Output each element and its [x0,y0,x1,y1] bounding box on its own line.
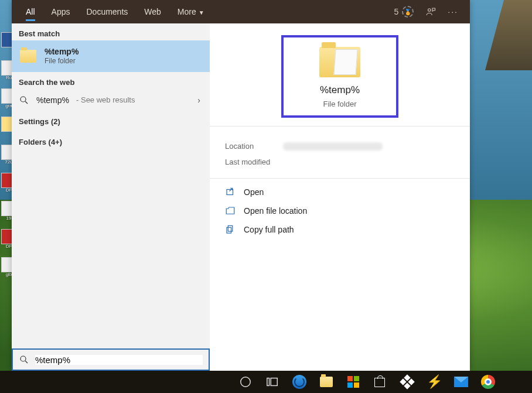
svg-rect-6 [228,225,233,231]
svg-rect-9 [267,378,270,386]
web-query-text: %temp% [36,95,69,105]
taskbar-edge[interactable] [286,371,313,393]
copy-icon [225,224,236,235]
taskbar-ms-store[interactable] [340,371,367,393]
location-label: Location [225,142,254,151]
taskbar-chrome[interactable] [475,371,502,393]
best-match-result[interactable]: %temp% File folder [12,40,210,72]
action-open[interactable]: Open [225,187,455,197]
tab-more[interactable]: More▼ [169,0,213,23]
rewards-count: 5 [394,7,399,16]
preview-highlight-box: %temp% File folder [281,35,398,118]
search-input[interactable] [35,355,203,365]
file-explorer-icon [320,377,333,387]
tab-apps[interactable]: Apps [43,0,79,23]
taskbar-taskview[interactable] [259,371,286,393]
search-input-bar[interactable] [12,348,210,371]
action-open-location[interactable]: Open file location [225,206,455,216]
desktop-icon-label: gib [6,272,12,277]
store-icon [374,376,386,388]
result-subtitle: File folder [45,57,79,66]
search-web-header: Search the web [12,72,210,89]
taskbar-cortana[interactable] [232,371,259,393]
feedback-button[interactable] [420,6,442,17]
tab-more-label: More [178,7,196,16]
web-hint-text: - See web results [76,95,135,104]
result-title: %temp% [45,46,79,57]
taskbar-dropbox[interactable] [394,371,421,393]
tab-web[interactable]: Web [136,0,169,23]
action-open-location-label: Open file location [244,206,307,216]
chrome-icon [481,375,495,389]
person-speech-icon [425,6,436,17]
desktop-icon-label: Ro [6,76,12,80]
microsoft-icon [347,376,359,388]
taskbar-store[interactable] [367,371,394,393]
folder-outline-icon [225,206,236,216]
svg-rect-5 [227,190,233,195]
search-body: Best match %temp% File folder Search the… [12,23,470,371]
svg-point-0 [428,9,431,12]
desktop-icon-label: DF [6,244,12,249]
svg-rect-10 [271,378,277,386]
lightning-icon: ⚡ [427,374,442,389]
taskbar: ⚡ [0,371,532,393]
taskbar-mail[interactable] [448,371,475,393]
task-view-icon [266,375,279,388]
best-match-header: Best match [12,23,210,40]
location-value-redacted [283,142,383,151]
preview-actions: Open Open file location Copy full path [210,178,470,243]
desktop-icon-label: 19 [6,216,12,221]
edge-icon [292,375,306,389]
rewards-indicator[interactable]: 5 🏅 [388,6,420,18]
svg-point-8 [241,377,251,387]
open-icon [225,187,236,197]
mail-icon [454,377,468,387]
cortana-icon [239,375,252,388]
svg-point-1 [21,97,26,102]
folder-large-icon [319,47,360,77]
taskbar-app-blue[interactable]: ⚡ [421,371,448,393]
rewards-medal-icon: 🏅 [402,6,414,18]
dropbox-icon [400,374,414,389]
chevron-down-icon: ▼ [199,9,204,16]
preview-metadata: Location Last modified [210,126,470,178]
preview-subtitle: File folder [323,100,356,108]
svg-line-4 [25,361,28,363]
options-button[interactable]: ··· [442,7,464,16]
folders-category[interactable]: Folders (4+) [12,132,210,152]
results-column: Best match %temp% File folder Search the… [12,23,210,371]
search-scope-tabs: All Apps Documents Web More▼ 5 🏅 ··· [12,0,470,23]
svg-point-3 [21,356,26,361]
chevron-right-icon: › [197,95,200,105]
tab-documents[interactable]: Documents [78,0,136,23]
folder-icon [19,47,37,66]
tab-all[interactable]: All [18,0,43,23]
preview-title: %temp% [320,84,360,96]
action-copy-path-label: Copy full path [244,225,294,234]
web-search-row[interactable]: %temp% - See web results › [12,89,210,111]
search-panel: All Apps Documents Web More▼ 5 🏅 ··· Bes… [12,0,470,371]
last-modified-label: Last modified [225,158,270,166]
action-copy-path[interactable]: Copy full path [225,224,455,235]
taskbar-file-explorer[interactable] [313,371,340,393]
svg-rect-7 [227,227,231,233]
action-open-label: Open [244,187,264,197]
settings-category[interactable]: Settings (2) [12,111,210,132]
search-icon [19,354,29,365]
svg-line-2 [25,101,28,104]
desktop-icon-label: DF [6,188,12,193]
search-icon [19,95,29,105]
preview-column: %temp% File folder Location Last modifie… [210,23,470,371]
